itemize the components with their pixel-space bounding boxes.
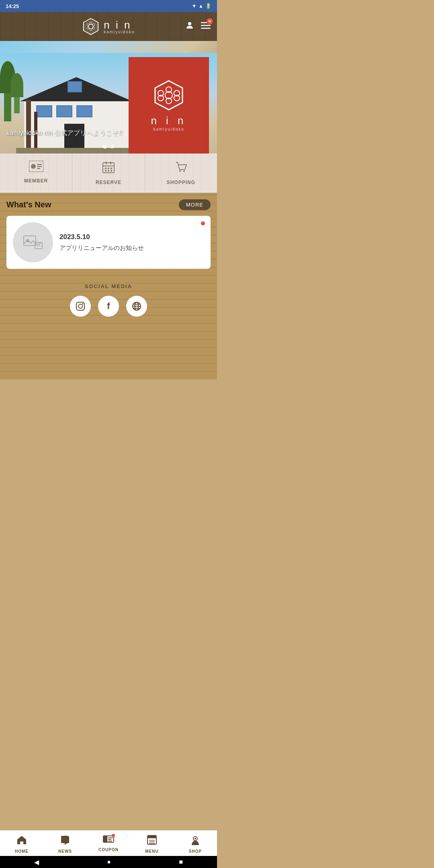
svg-rect-27 xyxy=(106,162,107,164)
reserve-label: RESERVE xyxy=(96,180,121,185)
header-logo: n i n kamiyuidoko xyxy=(82,18,135,35)
account-icon[interactable] xyxy=(185,20,194,33)
wifi-icon: ▼ xyxy=(192,3,197,9)
whats-new-title: What's New xyxy=(6,200,51,209)
svg-point-44 xyxy=(78,304,82,308)
svg-rect-32 xyxy=(111,168,112,169)
facebook-f-letter: f xyxy=(107,301,110,311)
shopping-label: SHOPPING xyxy=(167,180,195,185)
red-banner: n i n kamiyuidoko xyxy=(129,57,209,154)
news-card-1[interactable]: 2023.5.10 アプリリニューアルのお知らせ xyxy=(6,216,211,269)
app-header: n i n kamiyuidoko N xyxy=(0,12,217,41)
shopping-icon xyxy=(174,161,187,176)
status-bar: 14:25 ▼ ▲ 🔋 xyxy=(0,0,217,12)
quick-nav-member[interactable]: MEMBER xyxy=(0,154,72,192)
tree-top-2 xyxy=(10,73,23,97)
status-time: 14:25 xyxy=(6,3,19,9)
quick-nav-shopping[interactable]: SHOPPING xyxy=(145,154,217,192)
building-window-1 xyxy=(36,105,52,117)
news-title: アプリリニューアルのお知らせ xyxy=(59,244,204,252)
svg-rect-23 xyxy=(37,164,42,165)
social-media-section: SOCIAL MEDIA f xyxy=(6,275,211,325)
building-ground xyxy=(16,148,137,154)
member-icon xyxy=(29,161,43,175)
reserve-icon xyxy=(102,161,115,176)
svg-rect-24 xyxy=(37,166,42,167)
facebook-button[interactable]: f xyxy=(98,296,119,317)
quick-nav: MEMBER RESERVE xyxy=(0,154,217,193)
whats-new-header: What's New MORE xyxy=(6,199,211,210)
whats-new-section: What's New MORE 2023.5.10 アプリリニューアルのお知らせ… xyxy=(0,193,217,379)
svg-rect-30 xyxy=(105,168,106,169)
logo-text-block: n i n kamiyuidoko xyxy=(104,19,135,34)
social-icons: f xyxy=(13,296,204,317)
logo-sub-text: kamiyuidoko xyxy=(104,30,135,34)
svg-rect-38 xyxy=(24,236,36,246)
social-label: SOCIAL MEDIA xyxy=(13,283,204,289)
website-button[interactable] xyxy=(126,296,147,317)
svg-point-36 xyxy=(179,170,181,172)
svg-point-45 xyxy=(82,303,84,305)
quick-nav-reserve[interactable]: RESERVE xyxy=(72,154,145,192)
news-content: 2023.5.10 アプリリニューアルのお知らせ xyxy=(59,233,204,252)
more-button[interactable]: MORE xyxy=(179,199,211,210)
bottom-spacer xyxy=(6,325,211,373)
svg-rect-33 xyxy=(105,170,106,172)
news-unread-dot xyxy=(201,221,205,225)
svg-rect-34 xyxy=(108,170,109,172)
status-icons: ▼ ▲ 🔋 xyxy=(192,3,211,9)
svg-point-41 xyxy=(37,244,39,246)
svg-rect-12 xyxy=(201,28,211,29)
news-thumbnail xyxy=(13,222,53,262)
banner-logo-hexagon xyxy=(153,79,185,111)
menu-notification-badge: N xyxy=(207,18,213,25)
hero-dots xyxy=(103,145,114,149)
svg-rect-31 xyxy=(108,168,109,169)
building-window-2 xyxy=(56,105,72,117)
svg-rect-29 xyxy=(103,166,114,166)
svg-point-22 xyxy=(31,164,36,169)
svg-point-9 xyxy=(188,22,191,25)
news-date: 2023.5.10 xyxy=(59,233,204,241)
hero-banner: n i n kamiyuidoko kamiyuidoko nin 公式アプリへ… xyxy=(0,41,217,154)
svg-rect-35 xyxy=(111,170,112,172)
banner-nin-text: n i n xyxy=(151,115,186,127)
member-label: MEMBER xyxy=(24,178,48,184)
roof-window xyxy=(68,81,82,92)
hero-dot-1[interactable] xyxy=(103,145,107,149)
building-window-3 xyxy=(76,105,92,117)
svg-rect-11 xyxy=(201,25,211,26)
svg-point-37 xyxy=(183,170,185,172)
hero-caption: kamiyuidoko nin 公式アプリへようこそ!! xyxy=(6,129,122,137)
hero-dot-2[interactable] xyxy=(110,145,114,149)
signal-icon: ▲ xyxy=(199,3,203,9)
battery-icon: 🔋 xyxy=(205,3,211,9)
banner-kamiyuidoko-text: kamiyuidoko xyxy=(153,127,184,131)
svg-rect-25 xyxy=(37,168,40,169)
header-action-icons: N xyxy=(185,20,211,33)
instagram-button[interactable] xyxy=(70,296,91,317)
menu-icon[interactable]: N xyxy=(201,20,211,33)
logo-hexagon xyxy=(82,18,100,35)
pillar-left xyxy=(26,100,31,148)
svg-rect-28 xyxy=(110,162,111,164)
svg-point-42 xyxy=(40,243,41,244)
